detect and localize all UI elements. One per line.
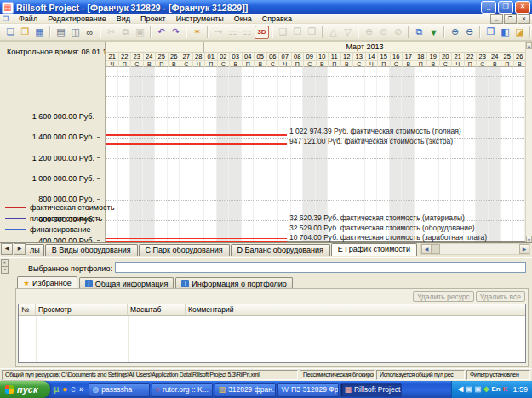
network2-status-icon[interactable]: ▣ [475,385,482,394]
find-icon[interactable]: ∞ [83,26,97,39]
tab-favorites-label: Избранное [32,279,72,287]
col-preview[interactable]: Просмотр [36,304,128,316]
filter-icon[interactable]: ▼ [426,26,441,39]
taskbar-task-button[interactable]: ▦ Rillsoft Project... [340,383,402,397]
y-axis-label: 1 400 000.00 Руб. [0,127,100,147]
level-icon[interactable]: ❒ [305,26,319,39]
title-bar[interactable]: ▦ Rillsoft Project - [Франчук 312829 - [… [0,0,532,14]
tab-general-info[interactable]: i Общая информация [79,277,174,289]
menu-item[interactable]: Проект [135,14,171,23]
copy-icon[interactable]: ⧉ [118,26,133,39]
calendar-icon[interactable]: ⊘ [391,26,405,39]
network-status-icon[interactable]: ▣ [466,385,472,394]
paste-icon[interactable]: ▣ [133,26,147,39]
tab-equipment-park[interactable]: C Парк оборудования [139,244,230,256]
move-down-icon[interactable]: ▽ [340,26,355,39]
menu-item[interactable]: Вид [112,14,135,23]
favorites-star-icon[interactable]: ✶ [190,26,204,39]
language-indicator[interactable]: En [491,385,500,394]
window-split-icon[interactable]: ❒ [483,26,498,39]
collapse-tray-icon[interactable]: ◀ [458,385,463,394]
tabs-scroll-right-icon[interactable]: ▶ [14,243,26,255]
tab-cost-chart[interactable]: E График стоимости [331,243,417,256]
indent-icon[interactable]: ❑ [276,26,290,39]
overflow-chevron-icon[interactable]: » [79,385,84,394]
open-icon[interactable]: ❐ [18,26,32,39]
day-number-cell: 07 [278,53,291,60]
menu-item[interactable]: Справка [257,14,297,23]
menu-item[interactable]: Окна [229,14,257,23]
redo-icon[interactable]: ↷ [169,26,183,39]
outdent-icon[interactable]: ❒ [290,26,305,39]
day-column [242,67,255,241]
close-button[interactable]: ✕ [515,1,530,14]
print-preview-icon[interactable]: ◫ [68,26,83,39]
chart-horizontal-scrollbar[interactable]: ◀ ▶ [420,243,530,255]
restore-button[interactable]: ❐ [498,1,513,14]
new-document-icon[interactable]: ❏ [3,26,18,39]
child-close-button[interactable]: ✕ [518,14,530,24]
move-up-icon[interactable]: △ [326,26,340,39]
cost-plot-area[interactable]: 1 022 974.39 Руб. фактическая стоимость … [105,67,525,242]
tab-materials-partial[interactable]: лы [26,244,44,256]
col-number[interactable]: № [19,304,36,316]
taskbar-task-button[interactable]: ○ rutor.org :: K... [152,383,213,397]
splitter-collapse-icon[interactable]: ◂ [1,266,9,274]
day-number-cell: 10 [316,53,329,60]
tab-equipment-types[interactable]: B Виды оборудования [45,244,138,256]
tab-equipment-balance[interactable]: D Баланс оборудования [231,244,330,256]
split-task-icon[interactable]: ⚎ [226,26,240,39]
tab-favorites[interactable]: ★ Избранное [17,276,77,289]
mdi-child-icon[interactable]: ❐ [3,15,10,23]
minimize-button[interactable]: _ [481,1,496,14]
antivirus-icon[interactable]: ◈ [483,385,489,394]
print-icon[interactable]: ▤ [54,26,68,39]
delete-resource-button[interactable]: Удалить ресурс [413,291,474,302]
view-3d-button[interactable]: 3D [255,26,269,39]
scrollbar-track[interactable] [440,244,519,254]
selected-portfolio-label: Выбранное портфолио: [28,264,112,273]
scrollbar-thumb[interactable] [432,244,440,254]
tabs-scroll-left-icon[interactable]: ◀ [1,243,13,255]
zoom-out-icon[interactable]: ⊖ [462,26,477,39]
zoom-in-icon[interactable]: ⊕ [448,26,462,39]
child-minimize-button[interactable]: _ [490,14,503,24]
browser-orange-icon[interactable]: ● [62,385,67,394]
task-icon: ▦ [344,385,352,394]
copy-picture-icon[interactable]: ⧉ [412,26,426,39]
tab-portfolio-info[interactable]: i Информация о портфолио [175,277,292,289]
ie-icon[interactable]: e [71,385,76,394]
window-cascade-icon[interactable]: ◪ [512,26,527,39]
window-layout-icon[interactable]: ◧ [498,26,512,39]
undo-icon[interactable]: ↶ [154,26,169,39]
menu-item[interactable]: Файл [14,14,43,23]
kaspersky-icon[interactable]: K [503,385,508,394]
child-restore-button[interactable]: ❐ [504,14,517,24]
menu-item[interactable]: Инструменты [171,14,229,23]
taskbar-task-button[interactable]: W ПЗ 312829 Фр... [277,383,339,397]
scroll-left-icon[interactable]: ◀ [421,244,432,254]
table-body[interactable] [19,316,525,362]
taskbar-task-button[interactable]: ▨ 312829 фран... [215,383,276,397]
day-number-cell: 16 [390,53,403,60]
menu-item[interactable]: Редактирование [43,14,112,23]
milestone-icon[interactable]: ⚏ [240,26,255,39]
save-icon[interactable]: ▦ [32,26,47,39]
scroll-right-icon[interactable]: ▶ [519,244,529,254]
scroll-up-icon[interactable]: ▲ [526,42,532,49]
deadline-icon[interactable]: ⊙ [376,26,391,39]
utorrent-icon[interactable]: µ [54,385,60,394]
taskbar-clock[interactable]: 1:59 [512,385,528,394]
link-tasks-icon[interactable]: ⇢ [211,26,226,39]
start-button[interactable]: пуск [0,381,50,398]
constraint-icon[interactable]: ⊕ [362,26,376,39]
cut-icon[interactable]: ✂ [104,26,118,39]
portfolio-input[interactable] [115,262,526,273]
chart-vertical-scrollbar[interactable]: ▲ ▼ [525,42,532,243]
timeline-header: Март 2013 212223242526272801020304050607… [105,42,525,67]
taskbar-task-button[interactable]: ◍ passssha [89,383,150,397]
day-column [513,67,526,241]
delete-all-button[interactable]: Удалить все [476,291,525,302]
col-comment[interactable]: Комментарий [186,304,525,316]
col-scale[interactable]: Масштаб [128,304,186,316]
